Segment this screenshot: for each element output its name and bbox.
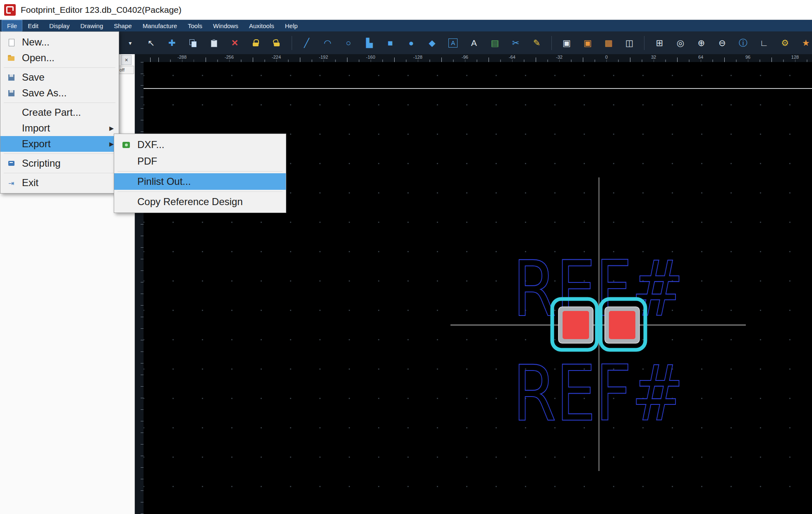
highlight-tool-icon[interactable]: ✎ [531,37,543,49]
file-menu-item-import[interactable]: Import ▶ [0,120,119,136]
dxf-export-icon [122,142,130,148]
paste-icon [209,38,218,48]
toolbar-separator [292,36,292,50]
vertical-ruler [135,54,144,514]
ruler-label: -256 [225,55,234,60]
ruler-label: 96 [745,55,750,60]
panel-close-button[interactable]: × [121,55,132,65]
script-icon [7,160,15,167]
export-item-copy-reference-design[interactable]: Copy Reference Design [114,194,286,210]
menu-display[interactable]: Display [44,20,75,31]
polygon-tool-icon[interactable]: ◆ [426,37,438,49]
menu-item-label: Pinlist Out... [137,176,281,187]
line-tool-icon[interactable]: ╱ [300,37,313,49]
file-menu-item-new[interactable]: New... [0,34,119,50]
rect-tool-icon[interactable]: ■ [384,37,397,49]
menu-item-label: Exit [22,177,114,189]
export-item-pinlist-out[interactable]: Pinlist Out... [114,173,286,190]
panel-tool-icon[interactable]: ◫ [623,37,636,49]
pad-1[interactable] [558,307,593,343]
ruler-label: -160 [366,55,375,60]
dropdown-caret-icon[interactable]: ▾ [124,37,137,49]
export-item-dxf[interactable]: DXF... [114,136,286,153]
new-file-icon [4,38,19,46]
file-menu: New... Open... Save Save As... Create Pa… [0,31,119,194]
menu-separator [4,153,115,154]
menu-file[interactable]: File [2,20,22,31]
menu-item-label: New... [22,36,114,48]
zoom-out-tool-icon[interactable]: ⊖ [716,37,728,49]
page-icon [7,38,15,46]
exit-arrow-icon: ⇥ [8,179,14,186]
dimension-tool-icon[interactable]: ▤ [489,37,501,49]
menu-drawing[interactable]: Drawing [75,20,108,31]
disk-icon [7,89,15,97]
zoom-select-tool-icon[interactable]: ◎ [674,37,687,49]
snapshot-tool-icon[interactable]: ▣ [560,37,573,49]
filled-circle-tool-icon[interactable]: ● [405,37,417,49]
menu-bar: File Edit Display Drawing Shape Manufact… [0,20,812,31]
menu-item-label: Create Part... [22,107,114,118]
delete-tool-icon[interactable]: ✕ [229,37,241,49]
submenu-arrow-icon: ▶ [109,141,114,147]
arc-tool-icon[interactable]: ◠ [321,37,334,49]
file-menu-item-save-as[interactable]: Save As... [0,85,119,101]
menu-item-label: Copy Reference Design [137,196,281,208]
menu-shape[interactable]: Shape [108,20,137,31]
unlock-tool-icon[interactable] [271,37,283,49]
open-folder-icon [4,54,19,62]
paste-tool-icon[interactable] [208,37,220,49]
zoom-window-tool-icon[interactable]: ⊞ [653,37,666,49]
ruler-label: -64 [509,55,515,60]
menu-tools[interactable]: Tools [182,20,208,31]
ruler-label: -288 [177,55,187,60]
file-menu-item-exit[interactable]: ⇥ Exit [0,175,119,191]
layer-off-label: off [117,66,134,74]
menu-edit[interactable]: Edit [22,20,44,31]
menu-item-label: PDF [137,155,281,167]
info-tool-icon[interactable]: ⓘ [737,37,750,49]
menu-separator [4,103,115,103]
corner-tool-icon[interactable]: ∟ [758,37,770,49]
menu-help[interactable]: Help [280,20,303,31]
file-menu-item-create-part[interactable]: Create Part... [0,105,119,120]
menu-item-label: Export [22,138,109,150]
submenu-arrow-icon: ▶ [109,125,114,131]
solid-region-tool-icon[interactable]: ▙ [363,37,376,49]
copy-tool-icon[interactable] [187,37,199,49]
array-tool-icon[interactable]: ▦ [602,37,615,49]
export-item-pdf[interactable]: PDF [114,153,286,170]
canvas[interactable]: REF# REF# [144,62,812,514]
menu-windows[interactable]: Windows [208,20,244,31]
settings-tool-icon[interactable]: ⚙ [779,37,791,49]
toolbar: ▾ ↖ ✚ ✕ ╱ ◠ ○ ▙ ■ ● ◆ A A ▤ ✂ ✎ ▣ ▣ ▦ ◫ … [0,31,812,54]
text-frame-tool-icon[interactable]: A [447,37,459,49]
ruler-label: -192 [319,55,328,60]
menu-item-label: DXF... [137,139,281,151]
window-title: Footprint_Editor 123.db_C0402(Package) [21,5,182,15]
circle-tool-icon[interactable]: ○ [343,37,355,49]
canvas-artwork: REF# REF# [144,62,812,514]
pad-2[interactable] [605,307,640,343]
lock-tool-icon[interactable] [249,37,262,49]
move-tool-icon[interactable]: ✚ [166,37,178,49]
pad-tool-icon[interactable]: ▣ [582,37,594,49]
text-tool-icon[interactable]: A [468,37,480,49]
ruler-label: -96 [462,55,468,60]
file-menu-item-export[interactable]: Export ▶ [0,136,119,152]
menu-manufacture[interactable]: Manufacture [137,20,182,31]
file-menu-item-scripting[interactable]: Scripting [0,155,119,171]
zoom-in-tool-icon[interactable]: ⊕ [695,37,708,49]
file-menu-item-save[interactable]: Save [0,69,119,85]
menu-auxitools[interactable]: Auxitools [244,20,280,31]
file-menu-item-open[interactable]: Open... [0,50,119,66]
theme-tool-icon[interactable]: ★ [800,37,812,49]
menu-item-label: Save As... [22,87,114,99]
exit-icon: ⇥ [4,179,19,186]
menu-item-label: Import [22,122,109,134]
export-submenu: DXF... PDF Pinlist Out... Copy Reference… [114,134,286,213]
toolbar-separator [551,36,552,50]
ruler-label: 64 [698,55,703,60]
select-cursor-icon[interactable]: ↖ [145,37,158,49]
cut-tool-icon[interactable]: ✂ [510,37,522,49]
